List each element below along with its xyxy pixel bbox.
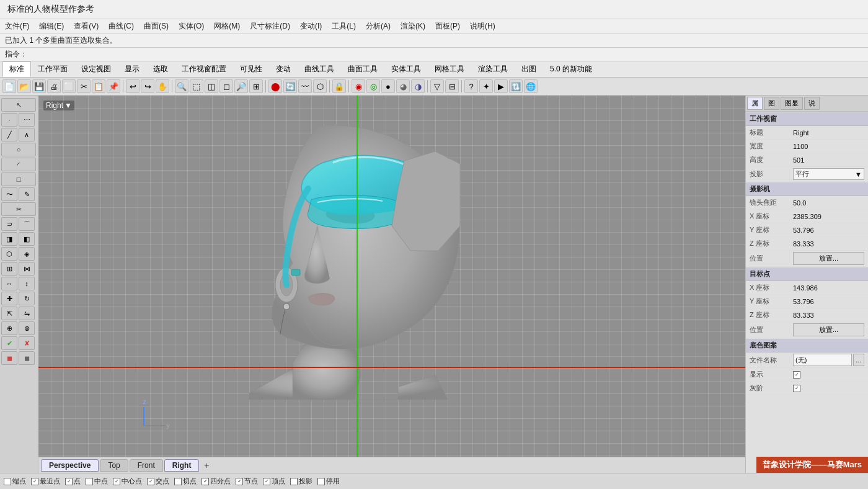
tool-color2[interactable]: ◼ xyxy=(19,351,35,365)
snap-quad[interactable]: ✓ 四分点 xyxy=(202,477,231,486)
open-icon[interactable]: 📂 xyxy=(17,79,31,93)
tab-meshtools[interactable]: 网格工具 xyxy=(428,61,471,77)
icon-circle-g[interactable]: ◎ xyxy=(366,79,380,93)
icon-hand[interactable]: ✋ xyxy=(156,79,169,93)
menu-render[interactable]: 渲染(K) xyxy=(401,21,425,32)
bg-gray-checkbox[interactable]: ✓ xyxy=(793,385,800,392)
row-projection[interactable]: 投影 平行 ▼ xyxy=(746,167,868,182)
row-bg-show[interactable]: 显示 ✓ xyxy=(746,368,868,382)
tab-output[interactable]: 出图 xyxy=(515,61,543,77)
icon-lock[interactable]: 🔒 xyxy=(332,79,346,93)
icon-circle-r[interactable]: ◉ xyxy=(352,79,365,93)
tab-add-button[interactable]: + xyxy=(200,459,213,472)
tool-surface2[interactable]: ◧ xyxy=(19,232,35,246)
tab-right[interactable]: Right xyxy=(164,459,200,472)
icon-swirl[interactable]: 🔄 xyxy=(283,79,297,93)
icon-arrow-r[interactable]: ▶ xyxy=(494,79,508,93)
copy-icon[interactable]: 📋 xyxy=(92,79,105,93)
tab-surfacetools[interactable]: 曲面工具 xyxy=(341,61,384,77)
cut-icon[interactable]: ✂ xyxy=(77,79,91,93)
tab-perspective[interactable]: Perspective xyxy=(41,459,99,472)
menu-panel[interactable]: 面板(P) xyxy=(435,21,460,32)
icon-sphere2[interactable]: ◕ xyxy=(396,79,410,93)
tab-solidtools[interactable]: 实体工具 xyxy=(384,61,428,77)
tab-viewconfig[interactable]: 工作视窗配置 xyxy=(175,61,233,77)
bg-show-checkbox[interactable]: ✓ xyxy=(793,371,800,379)
tool-select[interactable]: ↖ xyxy=(1,98,36,112)
tool-trim[interactable]: ✂ xyxy=(1,202,36,216)
tool-solid1[interactable]: ⬡ xyxy=(1,247,17,261)
icon-mesh[interactable]: ⬡ xyxy=(313,79,327,93)
snap-project[interactable]: 投影 xyxy=(290,477,312,486)
viewport[interactable]: Right ▼ xyxy=(38,96,745,457)
zoom-sel[interactable]: ◻ xyxy=(219,79,233,93)
tool-mirror[interactable]: ⇋ xyxy=(19,307,35,320)
icon5[interactable]: ⬜ xyxy=(62,79,76,93)
row-bg-gray[interactable]: 灰阶 ✓ xyxy=(746,382,868,395)
zoom-in[interactable]: 🔎 xyxy=(234,79,248,93)
panel-tab-help[interactable]: 说 xyxy=(804,97,820,110)
snap-endpoint[interactable]: 端点 xyxy=(4,477,26,486)
tool-move[interactable]: ✚ xyxy=(1,292,17,305)
view-grid[interactable]: ⊞ xyxy=(249,79,263,93)
panel-tab-display[interactable]: 图显 xyxy=(781,97,803,110)
tool-rect[interactable]: □ xyxy=(1,173,36,186)
snap-intersect[interactable]: ✓ 交点 xyxy=(147,477,169,486)
tab-top[interactable]: Top xyxy=(100,459,128,472)
tool-edit[interactable]: ✎ xyxy=(19,187,35,201)
icon-question[interactable]: ? xyxy=(464,79,478,93)
tab-workplane[interactable]: 工作平面 xyxy=(31,61,74,77)
tab-standard[interactable]: 标准 xyxy=(2,61,31,77)
icon-sphere[interactable]: ● xyxy=(381,79,395,93)
paste-icon[interactable]: 📌 xyxy=(107,79,120,93)
snap-knot[interactable]: ✓ 节点 xyxy=(236,477,258,486)
tool-color1[interactable]: ◼ xyxy=(1,351,17,365)
viewport-label[interactable]: Right ▼ xyxy=(43,101,74,110)
tab-display[interactable]: 显示 xyxy=(118,61,146,77)
icon-loop[interactable]: 🔃 xyxy=(509,79,523,93)
snap-vertex[interactable]: ✓ 顶点 xyxy=(263,477,285,486)
tool-mesh2[interactable]: ⋈ xyxy=(19,262,35,276)
new-icon[interactable]: 📄 xyxy=(2,79,16,93)
tool-scale[interactable]: ⇱ xyxy=(1,307,17,320)
tool-multipoint[interactable]: ⋯ xyxy=(19,113,35,127)
menu-tools[interactable]: 工具(L) xyxy=(332,21,356,32)
icon-sphere3[interactable]: ◑ xyxy=(411,79,425,93)
menu-transform[interactable]: 变动(I) xyxy=(300,21,322,32)
icon-star[interactable]: ✦ xyxy=(479,79,493,93)
tab-transform[interactable]: 变动 xyxy=(269,61,298,77)
viewport-container[interactable]: Right ▼ xyxy=(38,96,745,473)
menu-file[interactable]: 文件(F) xyxy=(5,21,29,32)
panel-tab-layers[interactable]: 图 xyxy=(764,97,779,110)
redo-icon[interactable]: ↪ xyxy=(141,79,154,93)
menu-curve[interactable]: 曲线(C) xyxy=(108,21,134,32)
icon-curve[interactable]: 〰 xyxy=(298,79,312,93)
print-icon[interactable]: 🖨 xyxy=(47,79,61,93)
row-tgt-place[interactable]: 位置 放置... xyxy=(746,322,868,338)
undo-icon[interactable]: ↩ xyxy=(126,79,140,93)
menu-dimension[interactable]: 尺寸标注(D) xyxy=(250,21,290,32)
panel-tab-attr[interactable]: 属 xyxy=(747,97,763,110)
cam-place-button[interactable]: 放置... xyxy=(793,252,864,265)
tab-rendertools[interactable]: 渲染工具 xyxy=(471,61,515,77)
tool-snap1[interactable]: ✔ xyxy=(1,336,17,350)
tab-new50[interactable]: 5.0 的新功能 xyxy=(543,61,599,77)
menu-surface[interactable]: 曲面(S) xyxy=(144,21,169,32)
tab-visibility[interactable]: 可见性 xyxy=(233,61,269,77)
tab-curvetools[interactable]: 曲线工具 xyxy=(298,61,341,77)
menu-edit[interactable]: 编辑(E) xyxy=(39,21,64,32)
tool-polyline[interactable]: ∧ xyxy=(19,128,35,141)
menu-solid[interactable]: 实体(O) xyxy=(179,21,204,32)
snap-mid[interactable]: 中点 xyxy=(86,477,108,486)
tool-surface1[interactable]: ◨ xyxy=(1,232,17,246)
tool-solid2[interactable]: ◈ xyxy=(19,247,35,261)
icon-globe[interactable]: 🌐 xyxy=(524,79,538,93)
tool-dim1[interactable]: ↔ xyxy=(1,277,17,290)
menu-view[interactable]: 查看(V) xyxy=(74,21,99,32)
snap-disable[interactable]: 停用 xyxy=(317,477,340,486)
tool-mesh1[interactable]: ⊞ xyxy=(1,262,17,276)
zoom-all[interactable]: ◫ xyxy=(205,79,218,93)
projection-dropdown[interactable]: 平行 ▼ xyxy=(793,168,864,180)
icon-tri[interactable]: ▽ xyxy=(430,79,444,93)
tool-dim2[interactable]: ↕ xyxy=(19,277,35,290)
